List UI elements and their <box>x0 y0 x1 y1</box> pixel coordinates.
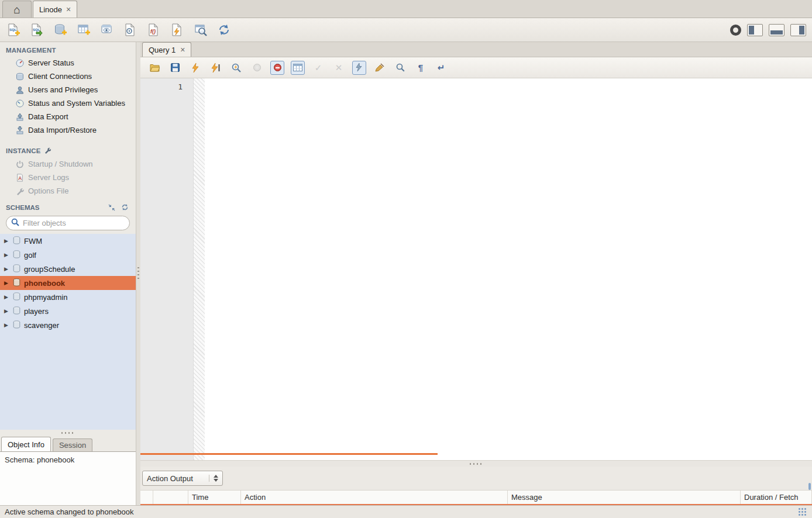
home-tab[interactable]: ⌂ <box>2 1 32 18</box>
output-col-time[interactable]: Time <box>188 491 241 504</box>
sidebar-item-system-variables[interactable]: Status and System Variables <box>0 96 136 110</box>
instance-section-title: INSTANCE <box>0 142 136 157</box>
refresh-schemas-icon[interactable] <box>121 203 129 211</box>
expander-icon[interactable]: ▶ <box>4 280 9 286</box>
home-icon: ⌂ <box>13 4 20 15</box>
sidebar-item-options-file[interactable]: Options File <box>0 184 136 198</box>
search-table-data-icon[interactable] <box>193 22 208 37</box>
create-procedure-icon[interactable] <box>123 22 138 37</box>
output-col-duration[interactable]: Duration / Fetch <box>741 491 812 504</box>
find-icon[interactable] <box>393 61 407 75</box>
schema-row-phpmyadmin[interactable]: ▶ phpmyadmin <box>0 290 136 304</box>
object-info-panel: Schema: phonebook <box>0 451 136 505</box>
wrap-text-icon[interactable]: ↵ <box>434 61 448 75</box>
output-selector[interactable]: Action Output <box>142 471 223 486</box>
database-icon <box>13 250 20 260</box>
expander-icon[interactable]: ▶ <box>4 294 9 300</box>
expander-icon[interactable]: ▶ <box>4 322 9 328</box>
connection-tab[interactable]: Linode × <box>33 1 77 18</box>
toggle-bottom-panel-icon[interactable] <box>769 24 785 36</box>
schemas-section-title: SCHEMAS <box>0 198 136 213</box>
toggle-stop-on-error-icon[interactable] <box>270 61 284 75</box>
sidebar-item-users-privileges[interactable]: Users and Privileges <box>0 83 136 96</box>
query-tab[interactable]: Query 1 × <box>142 42 191 57</box>
output-splitter[interactable] <box>140 460 812 467</box>
output-grid-header: Time Action Message Duration / Fetch <box>140 490 812 505</box>
expander-icon[interactable]: ▶ <box>4 308 9 314</box>
data-export-icon <box>15 112 24 121</box>
close-icon[interactable]: × <box>180 46 185 54</box>
connection-tab-label: Linode <box>39 5 62 14</box>
output-col-message[interactable]: Message <box>508 491 741 504</box>
create-schema-icon[interactable] <box>53 22 68 37</box>
stepper-arrows-icon <box>209 475 218 482</box>
toggle-autocommit-icon[interactable] <box>352 61 366 75</box>
schema-row-golf[interactable]: ▶ golf <box>0 248 136 262</box>
status-bar: Active schema changed to phonebook <box>0 505 812 518</box>
sidebar-item-data-import[interactable]: Data Import/Restore <box>0 123 136 137</box>
editor-toolbar: ✓ ✕ ¶ ↵ <box>140 57 812 78</box>
sidebar-item-server-logs[interactable]: A Server Logs <box>0 171 136 184</box>
create-trigger-icon[interactable] <box>170 22 185 37</box>
create-view-icon[interactable] <box>99 22 115 37</box>
sql-editor-region: 1 <box>140 78 812 460</box>
execute-current-icon[interactable] <box>209 61 223 75</box>
expand-schemas-icon[interactable] <box>108 204 115 211</box>
sidebar-item-startup-shutdown[interactable]: Startup / Shutdown <box>0 157 136 171</box>
tab-session[interactable]: Session <box>53 438 92 451</box>
tab-object-info[interactable]: Object Info <box>1 437 51 451</box>
sidebar-bottom-splitter[interactable] <box>0 430 136 436</box>
database-icon <box>13 278 20 288</box>
editor-hscrollbar[interactable] <box>140 453 438 455</box>
query-tab-strip: Query 1 × <box>140 42 812 57</box>
schema-row-players[interactable]: ▶ players <box>0 304 136 318</box>
database-icon <box>13 306 20 316</box>
svg-text:f(): f() <box>150 29 156 34</box>
filter-objects-input[interactable] <box>23 219 126 227</box>
explain-icon[interactable] <box>229 61 243 75</box>
expander-icon[interactable]: ▶ <box>4 266 9 272</box>
updates-ring-icon[interactable] <box>730 25 741 36</box>
invisible-chars-icon[interactable]: ¶ <box>414 61 428 75</box>
output-panel: Action Output Time Action Message Durati… <box>140 467 812 505</box>
schema-row-fwm[interactable]: ▶ FWM <box>0 234 136 248</box>
output-col-index <box>153 491 188 504</box>
output-col-action[interactable]: Action <box>241 491 508 504</box>
new-sql-tab-icon[interactable]: SQL <box>6 22 21 37</box>
schema-row-scavenger[interactable]: ▶ scavenger <box>0 318 136 332</box>
sidebar-item-data-export[interactable]: Data Export <box>0 110 136 123</box>
create-function-icon[interactable]: f() <box>146 22 161 37</box>
open-script-icon[interactable] <box>147 61 161 75</box>
object-info-text: Schema: phonebook <box>5 455 74 464</box>
output-vscrollbar[interactable] <box>808 483 811 490</box>
expander-icon[interactable]: ▶ <box>4 238 9 244</box>
save-script-icon[interactable] <box>168 61 182 75</box>
content-area: MANAGEMENT Server Status Client Connecti… <box>0 42 812 505</box>
toggle-right-panel-icon[interactable] <box>790 24 806 36</box>
limit-rows-icon[interactable] <box>291 61 305 75</box>
create-table-icon[interactable] <box>76 22 91 37</box>
clear-query-icon[interactable] <box>373 61 387 75</box>
resize-grip[interactable] <box>798 507 807 517</box>
reconnect-dbms-icon[interactable] <box>216 22 232 37</box>
execute-all-icon[interactable] <box>188 61 202 75</box>
sidebar: MANAGEMENT Server Status Client Connecti… <box>0 42 136 505</box>
svg-text:A: A <box>18 175 22 181</box>
svg-text:SQL: SQL <box>9 28 17 32</box>
rollback-icon: ✕ <box>332 61 346 75</box>
editor-margin-strip <box>194 78 205 460</box>
expander-icon[interactable]: ▶ <box>4 252 9 258</box>
sidebar-item-server-status[interactable]: Server Status <box>0 56 136 70</box>
search-icon <box>11 218 19 228</box>
schema-row-groupschedule[interactable]: ▶ groupSchedule <box>0 262 136 276</box>
open-sql-script-icon[interactable]: SQL <box>29 22 44 37</box>
toggle-left-panel-icon[interactable] <box>747 24 763 36</box>
close-icon[interactable]: × <box>66 5 71 13</box>
schema-row-phonebook[interactable]: ▶ phonebook <box>0 276 136 290</box>
sidebar-splitter[interactable] <box>136 42 140 505</box>
sidebar-item-client-connections[interactable]: Client Connections <box>0 70 136 83</box>
sql-editor[interactable] <box>205 78 812 460</box>
database-icon <box>13 264 20 274</box>
user-icon <box>15 85 24 94</box>
status-text: Active schema changed to phonebook <box>5 507 133 516</box>
